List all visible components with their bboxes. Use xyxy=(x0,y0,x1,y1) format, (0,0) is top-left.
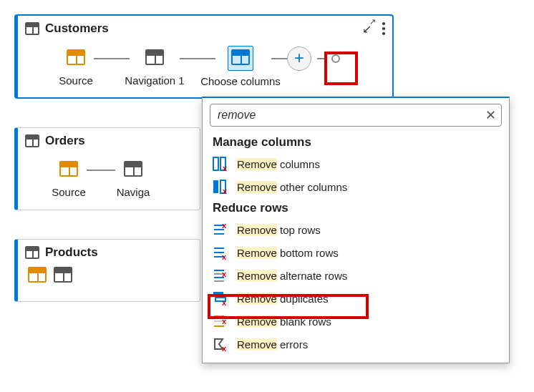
svg-text:x: x xyxy=(222,298,227,305)
step-navigation1[interactable]: Navigation 1 xyxy=(108,46,201,87)
svg-text:x: x xyxy=(222,270,227,278)
menu-remove-top-rows[interactable]: x Remove top rows xyxy=(203,218,509,241)
remove-bottom-rows-icon: x xyxy=(213,245,228,260)
connector xyxy=(317,58,326,59)
card-header: Orders xyxy=(18,128,200,151)
svg-text:x: x xyxy=(222,222,227,230)
menu-remove-columns[interactable]: x Remove columns xyxy=(203,152,509,175)
menu-label: Remove columns xyxy=(237,158,320,170)
svg-text:x: x xyxy=(223,187,228,194)
search-wrap: ✕ xyxy=(210,104,502,127)
menu-label: Remove errors xyxy=(237,338,308,351)
table-icon xyxy=(231,49,250,65)
remove-top-rows-icon: x xyxy=(213,222,228,237)
card-title: Customers xyxy=(45,21,109,36)
remove-columns-icon: x xyxy=(213,157,228,171)
svg-text:x: x xyxy=(222,253,227,260)
table-icon xyxy=(59,161,78,177)
remove-other-columns-icon: x xyxy=(213,180,228,194)
menu-label: Remove duplicates xyxy=(237,293,329,305)
menu-remove-bottom-rows[interactable]: x Remove bottom rows xyxy=(203,241,509,264)
end-node[interactable] xyxy=(331,54,340,63)
remove-duplicates-icon: x xyxy=(213,291,228,305)
menu-remove-errors[interactable]: x Remove errors xyxy=(203,333,509,356)
table-icon xyxy=(124,161,142,177)
card-header: Products xyxy=(18,240,200,263)
connector xyxy=(271,58,287,59)
table-icon xyxy=(145,49,164,65)
search-input[interactable] xyxy=(210,104,502,127)
menu-remove-alternate-rows[interactable]: x Remove alternate rows xyxy=(203,264,509,287)
menu-label: Remove blank rows xyxy=(237,315,331,328)
collapse-icon[interactable]: ↙↗ xyxy=(362,21,374,36)
step-navigation[interactable]: Naviga xyxy=(101,158,165,198)
section-manage-columns: Manage columns xyxy=(203,132,509,152)
query-card-products[interactable]: Products xyxy=(14,239,200,302)
card-title: Orders xyxy=(45,134,85,148)
svg-text:x: x xyxy=(222,344,227,351)
transform-dropdown: ✕ Manage columns x Remove columns x Remo… xyxy=(202,97,510,363)
svg-rect-0 xyxy=(213,157,218,170)
add-step-button[interactable]: + xyxy=(287,46,311,71)
table-icon xyxy=(25,22,39,35)
step-choose-columns[interactable]: Choose columns xyxy=(194,46,287,87)
card-header: Customers ↙↗ xyxy=(18,16,392,39)
table-icon xyxy=(25,246,39,259)
table-icon xyxy=(28,267,47,283)
menu-remove-duplicates[interactable]: x Remove duplicates xyxy=(203,287,509,310)
menu-label: Remove top rows xyxy=(237,224,321,236)
remove-alternate-rows-icon: x xyxy=(213,268,228,283)
remove-errors-icon: x xyxy=(213,337,228,351)
section-reduce-rows: Reduce rows xyxy=(203,198,509,218)
menu-label: Remove alternate rows xyxy=(237,270,347,282)
menu-label: Remove bottom rows xyxy=(237,247,339,259)
products-icons xyxy=(18,263,200,287)
card-title: Products xyxy=(45,245,98,260)
step-source[interactable]: Source xyxy=(29,158,108,198)
query-card-orders[interactable]: Orders Source Naviga xyxy=(14,127,200,210)
clear-search-icon[interactable]: ✕ xyxy=(485,107,496,123)
table-icon xyxy=(54,267,72,283)
steps-row: Source Naviga xyxy=(18,151,200,204)
svg-text:x: x xyxy=(223,164,228,171)
svg-text:x: x xyxy=(222,317,227,325)
remove-blank-rows-icon: x xyxy=(213,314,228,328)
menu-label: Remove other columns xyxy=(237,181,347,193)
query-card-customers[interactable]: Customers ↙↗ Source Navigation 1 Choose … xyxy=(14,14,394,99)
menu-remove-blank-rows[interactable]: x Remove blank rows xyxy=(203,310,509,333)
steps-row: Source Navigation 1 Choose columns + xyxy=(18,39,392,93)
table-icon xyxy=(67,49,85,65)
table-icon xyxy=(25,134,39,147)
svg-rect-19 xyxy=(213,292,223,295)
more-icon[interactable] xyxy=(382,22,385,35)
svg-rect-3 xyxy=(213,180,218,193)
menu-remove-other-columns[interactable]: x Remove other columns xyxy=(203,175,509,198)
